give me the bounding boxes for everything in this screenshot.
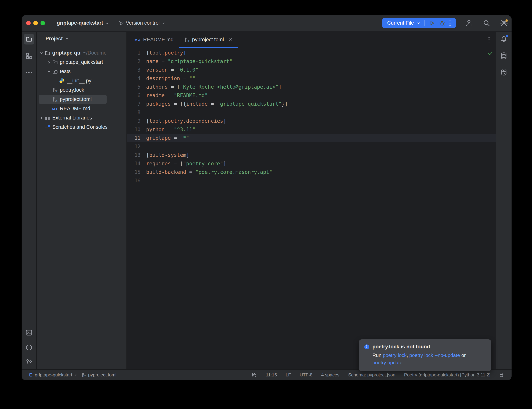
tree-item-griptape-quickstart-pkg[interactable]: griptape_quickstart [39, 57, 107, 67]
more-tools-button[interactable] [24, 67, 34, 78]
line-number: 15 [127, 168, 140, 177]
notification-text: or [460, 352, 466, 358]
add-user-button[interactable] [465, 19, 473, 27]
minimize-window-button[interactable] [33, 21, 38, 25]
tree-item-scratches[interactable]: Scratches and Consoles [39, 122, 107, 132]
zoom-window-button[interactable] [40, 21, 45, 25]
project-tool-button[interactable] [24, 34, 34, 45]
code-line-13[interactable]: 13[build-system] [127, 151, 496, 159]
indent-widget[interactable]: 4 spaces [321, 372, 339, 378]
breadcrumb-file[interactable]: pyproject.toml [88, 372, 116, 378]
tree-item-external-libraries[interactable]: External Libraries [39, 113, 107, 122]
tab-options-kebab-icon[interactable] [488, 36, 490, 43]
code-line-3[interactable]: 3version = "0.1.0" [127, 65, 496, 74]
run-config-label: Current File [387, 20, 414, 26]
code-line-1[interactable]: 1[tool.poetry] [127, 48, 496, 57]
info-icon [364, 344, 369, 350]
project-square-icon [28, 373, 33, 377]
test-folder-icon [52, 69, 58, 74]
encoding-widget[interactable]: UTF-8 [300, 372, 312, 378]
notification-body: Run poetry lock, poetry lock --no-update… [372, 352, 478, 366]
notifications-bell-icon[interactable] [498, 34, 509, 45]
code-line-8[interactable]: 8 [127, 108, 496, 117]
run-config-selector[interactable]: Current File [387, 20, 421, 26]
project-panel-header[interactable]: Project [37, 32, 127, 46]
debug-button[interactable] [439, 20, 445, 26]
line-number: 9 [127, 117, 140, 125]
tab-readme-md[interactable]: M README.md [129, 32, 179, 48]
tree-item-label: griptape_quickstart [60, 59, 103, 65]
poetry-update-link[interactable]: poetry update [372, 360, 403, 365]
line-text: packages = [{include = "griptape_quickst… [140, 101, 288, 107]
line-number: 1 [127, 49, 140, 57]
chevron-down-icon [65, 37, 69, 40]
tree-item-poetry-lock[interactable]: [T] poetry.lock [39, 85, 107, 95]
line-separator-widget[interactable]: LF [286, 372, 291, 378]
terminal-tool-button[interactable] [24, 327, 34, 338]
main-area: Project griptape-quickstart ~/Docume [22, 32, 512, 369]
code-line-16[interactable]: 16 [127, 176, 496, 185]
ai-assistant-status-icon[interactable] [251, 372, 257, 378]
code-line-11[interactable]: 11griptape = "*" [127, 134, 496, 142]
code-lines: 1[tool.poetry]2name = "griptape-quicksta… [127, 48, 496, 185]
line-text: name = "griptape-quickstart" [140, 58, 232, 64]
git-branch-icon [118, 20, 124, 26]
python-interpreter-widget[interactable]: Poetry (griptape-quickstart) [Python 3.1… [404, 372, 490, 378]
project-widget[interactable]: griptape-quickstart [57, 20, 109, 26]
tab-pyproject-toml[interactable]: [T] pyproject.toml [179, 32, 238, 48]
unlocked-icon[interactable] [499, 372, 504, 378]
caret-position-widget[interactable]: 11:15 [266, 372, 277, 378]
search-everywhere-button[interactable] [482, 19, 491, 27]
code-line-5[interactable]: 5authors = ["Kyle Roche <hello@griptape.… [127, 83, 496, 91]
line-text [140, 110, 146, 115]
line-text: version = "0.1.0" [140, 67, 198, 73]
tree-item-init-py[interactable]: __init__.py [39, 76, 107, 85]
poetry-lock-no-update-link[interactable]: poetry lock --no-update [409, 352, 460, 358]
close-tab-icon[interactable] [228, 37, 233, 42]
code-line-15[interactable]: 15build-backend = "poetry.core.masonry.a… [127, 168, 496, 176]
title-bar: griptape-quickstart Version control Curr… [22, 15, 512, 31]
code-line-2[interactable]: 2name = "griptape-quickstart" [127, 57, 496, 65]
schema-widget[interactable]: Schema: pyproject.json [348, 372, 395, 378]
line-number: 11 [127, 134, 140, 142]
code-line-7[interactable]: 7packages = [{include = "griptape_quicks… [127, 100, 496, 108]
close-window-button[interactable] [26, 21, 31, 25]
database-tool-icon[interactable] [498, 51, 509, 61]
inspections-ok-icon[interactable] [487, 50, 493, 56]
breadcrumb-project[interactable]: griptape-quickstart [35, 372, 72, 378]
ai-assistant-tool-icon[interactable] [498, 67, 509, 78]
line-number: 4 [127, 74, 140, 83]
toml-file-icon: [T] [52, 87, 58, 93]
settings-gear-icon[interactable] [500, 19, 508, 27]
code-line-4[interactable]: 4description = "" [127, 74, 496, 83]
notification-dot-badge [506, 35, 508, 37]
line-number: 14 [127, 159, 140, 168]
line-text: build-backend = "poetry.core.masonry.api… [140, 169, 272, 175]
code-line-9[interactable]: 9[tool.poetry.dependencies] [127, 117, 496, 125]
project-tree: griptape-quickstart ~/Docume griptape_qu… [37, 48, 127, 132]
tree-item-readme-md[interactable]: M README.md [39, 104, 107, 113]
chevron-down-icon[interactable] [46, 69, 52, 74]
line-text: authors = ["Kyle Roche <hello@griptape.a… [140, 84, 282, 90]
tree-item-tests[interactable]: tests [39, 67, 107, 76]
editor-body[interactable]: 1[tool.poetry]2name = "griptape-quicksta… [127, 48, 496, 369]
structure-tool-button[interactable] [24, 51, 34, 61]
code-line-10[interactable]: 10python = "^3.11" [127, 125, 496, 134]
tree-item-root[interactable]: griptape-quickstart ~/Docume [39, 48, 107, 57]
chevron-down-icon[interactable] [39, 51, 44, 55]
notification-text: Run [372, 352, 383, 358]
poetry-lock-link[interactable]: poetry lock [383, 352, 407, 358]
code-line-14[interactable]: 14requires = ["poetry-core"] [127, 159, 496, 168]
problems-tool-button[interactable] [24, 342, 34, 353]
run-button[interactable] [429, 20, 435, 26]
tree-item-pyproject-toml[interactable]: [T] pyproject.toml [39, 95, 107, 104]
version-control-tool-button[interactable] [24, 357, 34, 368]
more-run-options-button[interactable] [449, 19, 451, 27]
code-line-12[interactable]: 12 [127, 142, 496, 151]
editor-tab-bar: M README.md [T] pyproject.toml [127, 32, 496, 48]
code-line-6[interactable]: 6readme = "README.md" [127, 91, 496, 100]
svg-text:[T]: [T] [186, 40, 190, 42]
chevron-right-icon[interactable] [46, 60, 52, 64]
chevron-right-icon[interactable] [39, 116, 44, 120]
vcs-widget[interactable]: Version control [118, 20, 166, 26]
